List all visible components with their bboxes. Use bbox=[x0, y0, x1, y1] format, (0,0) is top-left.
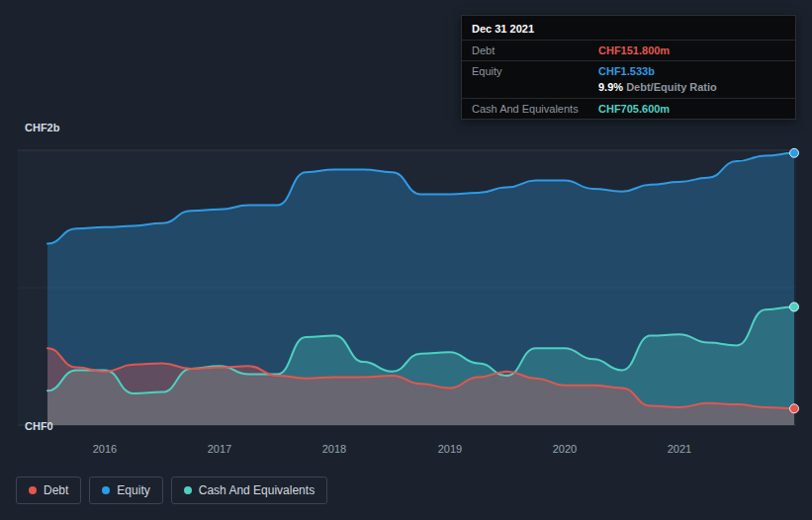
legend-debt-label: Debt bbox=[44, 483, 68, 497]
legend-button-cash[interactable]: Cash And Equivalents bbox=[171, 477, 327, 504]
tooltip-debt-label: Debt bbox=[472, 44, 598, 56]
x-tick-2020: 2020 bbox=[545, 443, 585, 455]
tooltip-equity-label: Equity bbox=[472, 65, 598, 77]
legend-button-equity[interactable]: Equity bbox=[89, 477, 162, 504]
x-tick-2019: 2019 bbox=[430, 443, 470, 455]
tooltip-cash-label: Cash And Equivalents bbox=[472, 103, 598, 115]
tooltip-row-cash: Cash And Equivalents CHF705.600m bbox=[462, 98, 795, 119]
tooltip-cash-value: CHF705.600m bbox=[598, 103, 785, 115]
tooltip-date: Dec 31 2021 bbox=[462, 16, 795, 40]
y-axis-label-bottom: CHF0 bbox=[25, 420, 53, 432]
tooltip-equity-value: CHF1.533b bbox=[598, 65, 785, 77]
legend-cash-label: Cash And Equivalents bbox=[199, 483, 315, 497]
tooltip-debt-equity-ratio: 9.9% Debt/Equity Ratio bbox=[462, 81, 795, 98]
x-tick-2017: 2017 bbox=[200, 443, 239, 455]
tooltip-row-equity: Equity CHF1.533b bbox=[462, 60, 795, 81]
tooltip-debt-value: CHF151.800m bbox=[598, 44, 785, 56]
x-tick-2018: 2018 bbox=[315, 443, 354, 455]
chart-legend: Debt Equity Cash And Equivalents bbox=[16, 477, 327, 504]
ratio-percentage: 9.9% bbox=[598, 81, 623, 93]
x-tick-2016: 2016 bbox=[85, 443, 125, 455]
equity-dot-icon bbox=[102, 486, 110, 494]
legend-button-debt[interactable]: Debt bbox=[16, 477, 81, 504]
debt-dot-icon bbox=[29, 486, 37, 494]
chart-tooltip: Dec 31 2021 Debt CHF151.800m Equity CHF1… bbox=[461, 15, 796, 120]
ratio-text: Debt/Equity Ratio bbox=[623, 81, 717, 93]
cash-dot-icon bbox=[184, 486, 192, 494]
legend-equity-label: Equity bbox=[117, 483, 149, 497]
y-axis-label-top: CHF2b bbox=[25, 122, 59, 133]
x-tick-2021: 2021 bbox=[660, 443, 699, 455]
chart-page: CHF2b CHF0 2016 2017 2018 2019 2020 2021… bbox=[0, 0, 812, 520]
tooltip-row-debt: Debt CHF151.800m bbox=[462, 40, 795, 60]
